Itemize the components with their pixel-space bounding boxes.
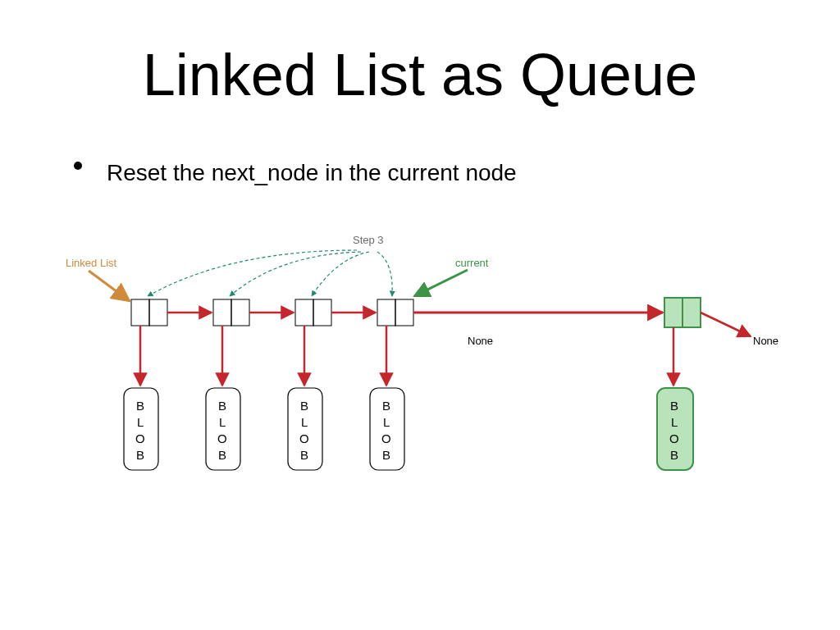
node-2-data-cell (213, 299, 231, 326)
blob-4: B L O B (370, 388, 404, 470)
svg-text:L: L (671, 415, 678, 429)
svg-text:B: B (300, 399, 308, 413)
svg-text:O: O (299, 431, 309, 445)
svg-text:B: B (382, 399, 390, 413)
none-label-1: None (468, 335, 493, 347)
new-node-none-arrow (701, 313, 751, 336)
node-1-next-cell (149, 299, 167, 326)
trace-arc-4 (377, 252, 392, 296)
svg-text:O: O (135, 431, 145, 445)
linked-list-label: Linked List (66, 257, 117, 269)
none-label-2: None (753, 335, 778, 347)
svg-text:B: B (218, 399, 226, 413)
node-2-next-cell (231, 299, 249, 326)
step-label: Step 3 (353, 234, 384, 246)
svg-text:B: B (218, 448, 226, 462)
node-3-next-cell (313, 299, 331, 326)
svg-text:L: L (219, 415, 226, 429)
svg-text:B: B (136, 448, 144, 462)
blob-1: B L O B (124, 388, 158, 470)
linked-list-arrow (89, 271, 130, 301)
svg-text:B: B (670, 448, 678, 462)
node-4-next-cell (395, 299, 413, 326)
svg-text:B: B (670, 399, 678, 413)
blob-new: B L O B (657, 388, 693, 470)
new-node-data-cell (664, 298, 682, 327)
trace-arc-1 (148, 250, 357, 296)
node-1-data-cell (131, 299, 149, 326)
svg-text:B: B (382, 448, 390, 462)
svg-text:O: O (217, 431, 227, 445)
bullet-text: Reset the next_node in the current node (107, 160, 517, 186)
node-4-data-cell (377, 299, 395, 326)
svg-text:L: L (137, 415, 144, 429)
svg-text:O: O (669, 431, 679, 445)
current-label: current (455, 257, 489, 269)
blob-3: B L O B (288, 388, 322, 470)
svg-text:O: O (381, 431, 391, 445)
svg-text:B: B (300, 448, 308, 462)
new-node-next-cell (682, 298, 701, 327)
svg-text:B: B (136, 399, 144, 413)
bullet-icon (74, 162, 82, 170)
blob-2: B L O B (206, 388, 240, 470)
diagram-svg: Step 3 Linked List current None None (66, 234, 788, 513)
current-arrow (414, 270, 468, 296)
node-3-data-cell (295, 299, 313, 326)
svg-text:L: L (301, 415, 308, 429)
page-title: Linked List as Queue (0, 41, 840, 108)
svg-text:L: L (383, 415, 390, 429)
trace-arc-2 (230, 252, 361, 296)
trace-arc-3 (312, 252, 369, 296)
